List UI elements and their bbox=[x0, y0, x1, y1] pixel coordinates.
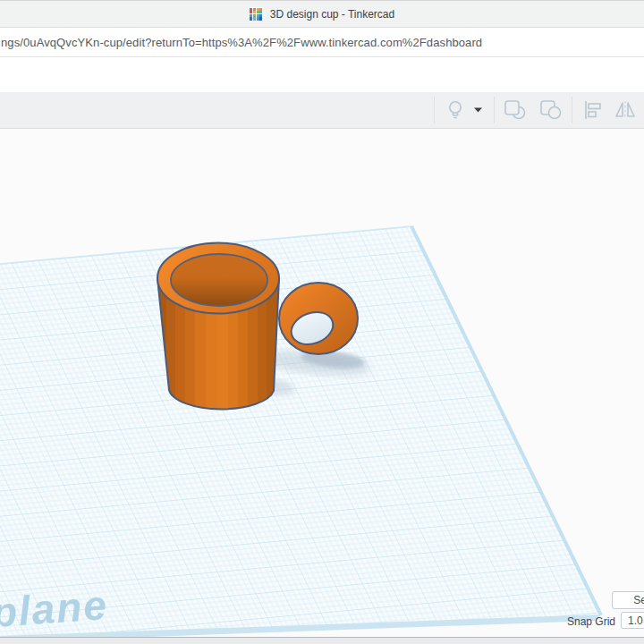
3d-viewport[interactable]: plane Settings Sn bbox=[0, 129, 644, 637]
url-text[interactable]: ngs/0uAvqQvcYKn-cup/edit?returnTo=https%… bbox=[1, 36, 482, 49]
snap-grid-dropdown[interactable]: 1.0 mm bbox=[621, 612, 644, 629]
lightbulb-icon bbox=[445, 99, 465, 121]
editor-toolbar bbox=[0, 92, 644, 129]
toolbar-separator bbox=[572, 97, 572, 123]
mirror-icon bbox=[614, 100, 636, 120]
toolbar-separator bbox=[494, 97, 495, 123]
scene-canvas[interactable]: plane bbox=[0, 129, 644, 637]
grid-settings-button[interactable]: Settings bbox=[612, 591, 644, 609]
lightbulb-show-all-button[interactable] bbox=[442, 97, 469, 123]
tinkercad-favicon-icon bbox=[250, 7, 263, 21]
bottom-bar bbox=[0, 637, 644, 644]
mug-handle[interactable] bbox=[279, 283, 358, 354]
group-button[interactable] bbox=[502, 97, 529, 123]
snap-grid-label: Snap Grid bbox=[533, 615, 615, 628]
toolbar-separator bbox=[434, 97, 435, 123]
align-button[interactable] bbox=[580, 97, 606, 123]
lightbulb-dropdown-button[interactable] bbox=[469, 97, 487, 123]
align-icon bbox=[583, 100, 603, 120]
tab-title: 3D design cup - Tinkercad bbox=[270, 8, 394, 21]
tinkercad-page-header bbox=[0, 58, 644, 92]
group-icon bbox=[504, 99, 527, 121]
ungroup-button[interactable] bbox=[538, 97, 564, 123]
chevron-down-icon bbox=[473, 106, 483, 114]
workplane-watermark: plane bbox=[0, 581, 110, 636]
mirror-button[interactable] bbox=[612, 97, 639, 123]
browser-tab[interactable]: 3D design cup - Tinkercad bbox=[250, 7, 394, 21]
browser-tab-bar: 3D design cup - Tinkercad bbox=[0, 0, 644, 28]
address-bar[interactable]: ngs/0uAvqQvcYKn-cup/edit?returnTo=https%… bbox=[0, 29, 644, 57]
mug-interior bbox=[171, 254, 267, 306]
favicon-cell bbox=[259, 17, 262, 20]
browser-window: 3D design cup - Tinkercad ngs/0uAvqQvcYK… bbox=[0, 0, 644, 644]
mug-body[interactable] bbox=[157, 243, 279, 410]
ungroup-icon bbox=[539, 99, 563, 121]
